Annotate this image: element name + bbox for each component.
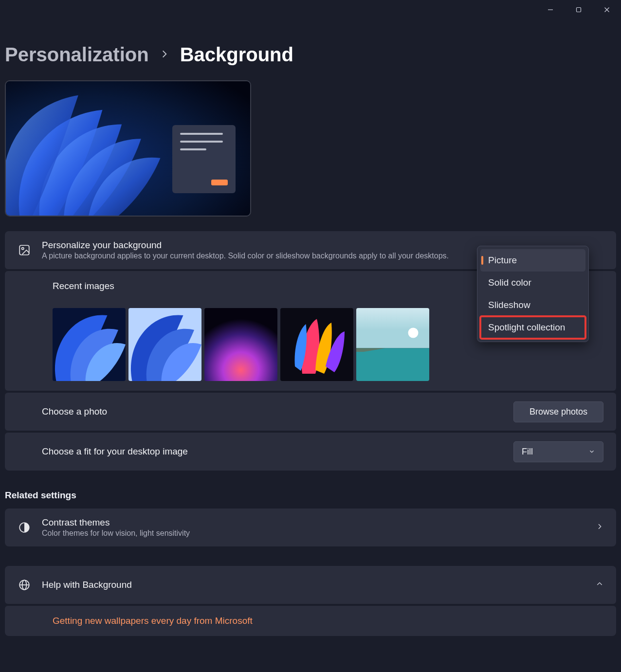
close-button[interactable] xyxy=(593,1,621,18)
choose-fit-label: Choose a fit for your desktop image xyxy=(42,446,503,457)
recent-image-thumbnail[interactable] xyxy=(204,308,277,381)
contrast-icon xyxy=(18,521,31,534)
background-type-dropdown: Picture Solid color Slideshow Spotlight … xyxy=(477,246,589,342)
svg-rect-9 xyxy=(204,308,277,381)
preview-sample-window xyxy=(172,125,236,193)
maximize-button[interactable] xyxy=(565,1,593,18)
choose-photo-label: Choose a photo xyxy=(42,406,503,417)
recent-image-thumbnail[interactable] xyxy=(53,308,126,381)
chevron-down-icon xyxy=(588,448,595,455)
minimize-button[interactable] xyxy=(536,1,565,18)
picture-icon xyxy=(18,244,31,256)
breadcrumb: Personalization Background xyxy=(5,44,616,66)
breadcrumb-parent[interactable]: Personalization xyxy=(5,44,149,66)
dropdown-option-picture[interactable]: Picture xyxy=(480,249,585,272)
dropdown-option-solid-color[interactable]: Solid color xyxy=(480,272,585,294)
svg-point-6 xyxy=(22,248,24,250)
svg-rect-12 xyxy=(356,348,429,381)
breadcrumb-current: Background xyxy=(180,44,293,66)
globe-icon xyxy=(18,579,31,591)
contrast-title: Contrast themes xyxy=(42,517,585,528)
help-link[interactable]: Getting new wallpapers every day from Mi… xyxy=(53,606,253,636)
fit-select[interactable]: Fill xyxy=(513,441,603,462)
recent-image-thumbnail[interactable] xyxy=(356,308,429,381)
titlebar xyxy=(0,0,621,19)
svg-rect-1 xyxy=(577,8,581,12)
choose-photo-row: Choose a photo Browse photos xyxy=(5,393,616,431)
browse-photos-button[interactable]: Browse photos xyxy=(513,401,603,422)
svg-point-13 xyxy=(408,328,419,338)
chevron-up-icon xyxy=(596,580,603,590)
contrast-sub: Color themes for low vision, light sensi… xyxy=(42,529,456,538)
chevron-right-icon xyxy=(160,49,169,61)
svg-rect-5 xyxy=(19,245,29,255)
chevron-right-icon xyxy=(596,523,603,532)
accent-color-swatch xyxy=(211,180,228,185)
desktop-preview xyxy=(5,80,251,217)
choose-fit-row: Choose a fit for your desktop image Fill xyxy=(5,433,616,471)
recent-image-thumbnail[interactable] xyxy=(280,308,353,381)
contrast-themes-row[interactable]: Contrast themes Color themes for low vis… xyxy=(5,509,616,546)
related-settings-heading: Related settings xyxy=(5,490,616,501)
help-row[interactable]: Help with Background xyxy=(5,566,616,604)
recent-images-label: Recent images xyxy=(53,281,114,291)
dropdown-option-spotlight-collection[interactable]: Spotlight collection xyxy=(480,316,585,339)
help-link-row: Getting new wallpapers every day from Mi… xyxy=(5,606,616,636)
fit-select-value: Fill xyxy=(522,447,533,457)
help-title: Help with Background xyxy=(42,580,585,590)
dropdown-option-slideshow[interactable]: Slideshow xyxy=(480,294,585,316)
personalize-description: A picture background applies to your cur… xyxy=(42,252,456,260)
svg-rect-11 xyxy=(356,308,429,348)
recent-image-thumbnail[interactable] xyxy=(128,308,201,381)
